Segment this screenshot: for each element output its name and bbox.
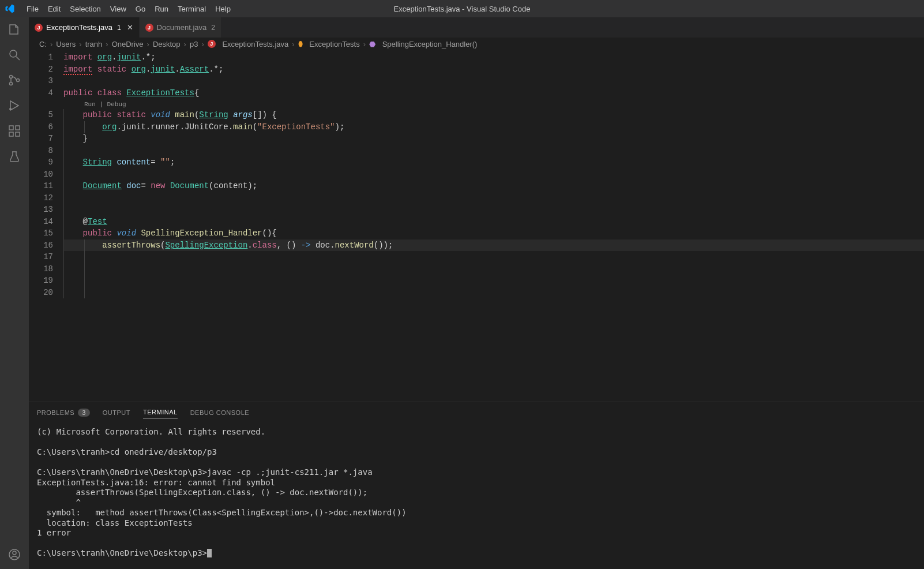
panel-tab-terminal[interactable]: TERMINAL [143, 406, 178, 418]
menu-bar: File Edit Selection View Go Run Terminal… [22, 2, 235, 16]
tab-document[interactable]: J Document.java 2 [140, 17, 221, 38]
panel-tab-output[interactable]: OUTPUT [103, 407, 130, 418]
breadcrumb-part[interactable]: Desktop [153, 40, 181, 48]
menu-terminal[interactable]: Terminal [173, 2, 211, 16]
menu-go[interactable]: Go [131, 2, 150, 16]
breadcrumb-class[interactable]: ⬮ ExceptionTests [298, 39, 360, 48]
breadcrumb-part[interactable]: tranh [85, 40, 103, 48]
menu-run[interactable]: Run [150, 2, 173, 16]
panel-tabs: PROBLEMS 3 OUTPUT TERMINAL DEBUG CONSOLE [29, 402, 924, 422]
close-icon[interactable]: ✕ [127, 23, 133, 32]
svg-rect-8 [16, 132, 20, 136]
svg-point-11 [13, 551, 16, 555]
svg-point-2 [10, 76, 13, 78]
java-file-icon: J [208, 40, 216, 48]
code-content[interactable]: import org.junit.*; import static org.ju… [63, 50, 924, 402]
line-numbers: 1 2 3 4 5 6 7 8 9 10 11 12 13 14 15 16 1… [29, 50, 63, 402]
svg-point-0 [10, 50, 17, 57]
codelens-run-debug[interactable]: Run | Debug [63, 99, 924, 109]
breadcrumb-part[interactable]: OneDrive [112, 40, 144, 48]
panel-tab-debug-console[interactable]: DEBUG CONSOLE [190, 407, 249, 418]
window-title: ExceptionTests.java - Visual Studio Code [394, 5, 531, 13]
menu-help[interactable]: Help [211, 2, 235, 16]
editor-area: J ExceptionTests.java 1 ✕ J Document.jav… [29, 17, 924, 569]
svg-point-3 [10, 83, 13, 85]
run-debug-icon[interactable] [7, 98, 22, 113]
breadcrumb-part[interactable]: p3 [190, 40, 198, 48]
menu-selection[interactable]: Selection [65, 2, 105, 16]
tab-exceptiontests[interactable]: J ExceptionTests.java 1 ✕ [29, 17, 140, 38]
extensions-icon[interactable] [7, 123, 22, 138]
method-icon: ⬣ [369, 40, 375, 48]
panel-tab-problems[interactable]: PROBLEMS 3 [37, 406, 90, 419]
class-icon: ⬮ [298, 39, 303, 48]
editor-tabs: J ExceptionTests.java 1 ✕ J Document.jav… [29, 17, 924, 38]
bottom-panel: PROBLEMS 3 OUTPUT TERMINAL DEBUG CONSOLE… [29, 402, 924, 569]
svg-point-4 [17, 79, 20, 82]
tab-problem-count: 1 [117, 24, 121, 32]
breadcrumb-file[interactable]: J ExceptionTests.java [208, 40, 289, 48]
menu-edit[interactable]: Edit [43, 2, 65, 16]
tab-problem-count: 2 [211, 24, 215, 32]
breadcrumb-method[interactable]: ⬣ SpellingException_Handler() [369, 40, 477, 48]
problems-badge: 3 [78, 409, 90, 417]
svg-point-5 [9, 108, 12, 110]
svg-rect-6 [9, 126, 13, 130]
menu-file[interactable]: File [22, 2, 43, 16]
svg-rect-7 [9, 132, 13, 136]
menu-view[interactable]: View [106, 2, 131, 16]
svg-rect-9 [16, 126, 20, 130]
tab-label: Document.java [157, 23, 207, 32]
terminal-output[interactable]: (c) Microsoft Corporation. All rights re… [29, 422, 924, 569]
terminal-cursor [207, 549, 212, 557]
java-file-icon: J [145, 24, 153, 32]
breadcrumb-part[interactable]: Users [56, 40, 76, 48]
java-file-icon: J [35, 24, 43, 32]
code-editor[interactable]: 1 2 3 4 5 6 7 8 9 10 11 12 13 14 15 16 1… [29, 50, 924, 402]
explorer-icon[interactable] [7, 22, 22, 37]
titlebar: File Edit Selection View Go Run Terminal… [0, 0, 924, 17]
testing-icon[interactable] [7, 149, 22, 164]
accounts-icon[interactable] [7, 547, 22, 562]
activity-bar [0, 17, 29, 569]
tab-label: ExceptionTests.java [46, 23, 112, 32]
source-control-icon[interactable] [7, 73, 22, 88]
search-icon[interactable] [7, 47, 22, 62]
breadcrumb-part[interactable]: C: [39, 40, 47, 48]
svg-line-1 [16, 57, 20, 60]
breadcrumbs[interactable]: C:› Users› tranh› OneDrive› Desktop› p3›… [29, 38, 924, 50]
vscode-logo-icon [5, 3, 15, 14]
